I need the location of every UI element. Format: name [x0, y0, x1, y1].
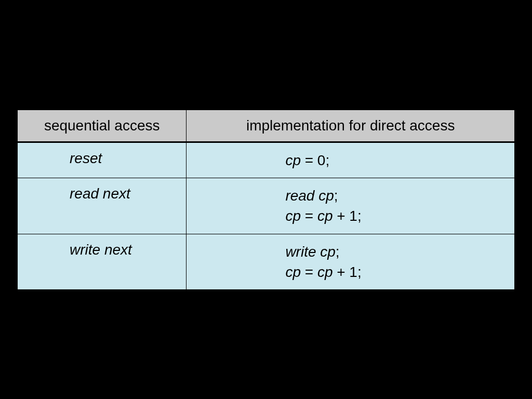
var-cp: cp — [285, 208, 301, 224]
var-cp: cp — [318, 188, 334, 204]
op-write: write — [285, 244, 320, 260]
header-sequential-access: sequential access — [18, 110, 187, 142]
text-segment: + 1; — [332, 264, 361, 280]
text-segment: + 1; — [332, 208, 361, 224]
seq-cell-reset: reset — [18, 142, 187, 178]
var-cp: cp — [317, 264, 333, 280]
text-segment: = 0; — [301, 152, 329, 168]
text-segment: ; — [334, 188, 338, 204]
impl-cell-read-next: read cp; cp = cp + 1; — [187, 178, 515, 234]
impl-cell-reset: cp = 0; — [187, 142, 515, 178]
seq-cell-read-next: read next — [18, 178, 187, 234]
header-implementation-direct: implementation for direct access — [187, 110, 515, 142]
table-row: reset cp = 0; — [18, 142, 515, 178]
table-row: read next read cp; cp = cp + 1; — [18, 178, 515, 234]
var-cp: cp — [285, 152, 301, 168]
table-row: write next write cp; cp = cp + 1; — [18, 234, 515, 289]
var-cp: cp — [285, 264, 301, 280]
var-cp: cp — [320, 244, 336, 260]
access-method-table-container: sequential access implementation for dir… — [17, 109, 515, 290]
seq-cell-write-next: write next — [18, 234, 187, 289]
var-cp: cp — [317, 208, 333, 224]
op-read: read — [285, 188, 318, 204]
table-header-row: sequential access implementation for dir… — [18, 110, 515, 142]
text-segment: = — [301, 264, 317, 280]
access-method-table: sequential access implementation for dir… — [17, 109, 515, 290]
text-segment: = — [301, 208, 317, 224]
text-segment: ; — [336, 244, 340, 260]
impl-cell-write-next: write cp; cp = cp + 1; — [187, 234, 515, 289]
